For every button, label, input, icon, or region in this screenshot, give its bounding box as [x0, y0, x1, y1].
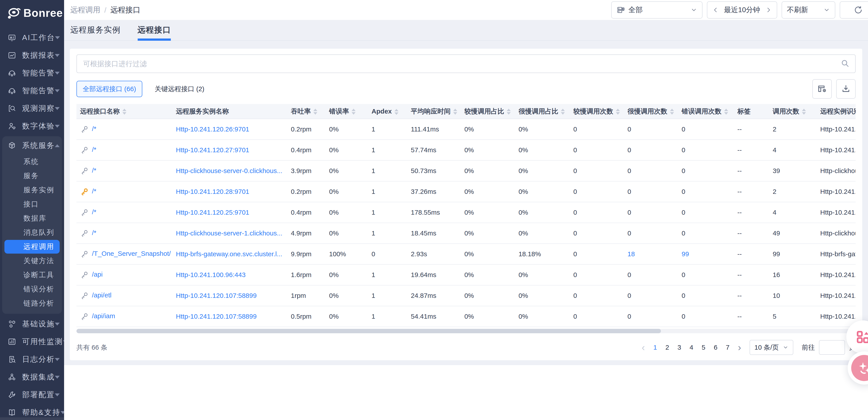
- key-icon[interactable]: [80, 291, 89, 300]
- filter-all-remote-interfaces[interactable]: 全部远程接口 (66): [76, 81, 142, 97]
- very-slow-count-link[interactable]: 18: [627, 250, 635, 258]
- instance-link[interactable]: Http-10.241.120.107:58899: [176, 292, 256, 299]
- sidebar-item-3[interactable]: 智能告警: [0, 82, 64, 100]
- sidebar-item-6[interactable]: 系统服务: [2, 137, 62, 155]
- column-header-4[interactable]: Apdex: [368, 104, 407, 119]
- sort-icon[interactable]: [802, 109, 806, 115]
- column-settings-button[interactable]: [812, 79, 832, 99]
- breadcrumb-parent[interactable]: 远程调用: [70, 5, 100, 15]
- time-range-value[interactable]: 最近10分钟: [724, 5, 760, 15]
- key-icon[interactable]: [80, 312, 89, 321]
- key-icon[interactable]: [80, 146, 89, 155]
- chevron-right-icon[interactable]: [765, 7, 772, 13]
- key-icon[interactable]: [80, 229, 89, 237]
- interface-link[interactable]: /api: [92, 271, 102, 278]
- instance-link[interactable]: Http-10.241.100.96:443: [176, 271, 246, 278]
- chevron-left-icon[interactable]: [712, 7, 719, 13]
- column-header-12[interactable]: 调用次数: [769, 104, 817, 119]
- sidebar-subitem-4[interactable]: 数据库: [4, 212, 60, 225]
- sidebar-item-5[interactable]: 数字体验: [0, 117, 64, 135]
- column-header-7[interactable]: 很慢调用占比: [515, 104, 570, 119]
- column-header-2[interactable]: 吞吐率: [287, 104, 326, 119]
- sort-icon[interactable]: [313, 109, 317, 115]
- page-number-1[interactable]: 1: [653, 344, 657, 351]
- refresh-mode-select[interactable]: 不刷新: [782, 1, 835, 19]
- scrollbar-thumb[interactable]: [76, 329, 661, 333]
- sidebar-item-8[interactable]: 可用性监测: [0, 333, 64, 351]
- sidebar-item-7[interactable]: 基础设施: [0, 315, 64, 333]
- key-icon[interactable]: [80, 208, 89, 217]
- page-number-3[interactable]: 3: [678, 344, 681, 351]
- brand-logo[interactable]: Bonree: [0, 0, 64, 25]
- instance-link[interactable]: Http-brfs-gateway.one.svc.cluster.l...: [176, 250, 282, 258]
- interface-link[interactable]: /*: [92, 125, 96, 132]
- column-header-5[interactable]: 平均响应时间: [407, 104, 461, 119]
- page-next-icon[interactable]: ›: [738, 342, 741, 352]
- page-number-5[interactable]: 5: [702, 344, 705, 351]
- sidebar-scrollbar[interactable]: [0, 417, 64, 420]
- sidebar-item-11[interactable]: 部署配置: [0, 386, 64, 403]
- key-icon[interactable]: [80, 250, 89, 258]
- instance-link[interactable]: Http-clickhouse-server-0.clickhous...: [176, 167, 282, 174]
- sort-icon[interactable]: [507, 109, 511, 115]
- sidebar-item-9[interactable]: 日志分析: [0, 351, 64, 368]
- instance-link[interactable]: Http-10.241.120.27:9701: [176, 146, 249, 153]
- interface-link[interactable]: /api/etl: [92, 291, 112, 299]
- sidebar-subitem-2[interactable]: 服务实例: [4, 183, 60, 197]
- interface-link[interactable]: /T_One_Server_Snapshot/: [92, 250, 171, 257]
- sidebar-item-10[interactable]: 数据集成: [0, 368, 64, 386]
- interface-link[interactable]: /*: [92, 146, 96, 153]
- sidebar-item-2[interactable]: 智能告警: [0, 64, 64, 82]
- search-icon[interactable]: [841, 59, 849, 68]
- sort-icon[interactable]: [561, 109, 565, 115]
- sort-icon[interactable]: [724, 109, 728, 115]
- key-icon[interactable]: [80, 125, 89, 134]
- sidebar-item-4[interactable]: 观测洞察: [0, 100, 64, 117]
- horizontal-scrollbar[interactable]: [76, 329, 856, 333]
- filter-key-remote-interfaces[interactable]: 关键远程接口 (2): [149, 81, 210, 97]
- sort-icon[interactable]: [670, 109, 674, 115]
- error-count-link[interactable]: 99: [682, 250, 689, 258]
- instance-link[interactable]: Http-10.241.120.107:58899: [176, 313, 256, 320]
- sidebar-subitem-1[interactable]: 服务: [4, 169, 60, 183]
- sort-icon[interactable]: [351, 109, 355, 115]
- instance-link[interactable]: Http-10.241.120.28:9701: [176, 188, 249, 195]
- sidebar-subitem-0[interactable]: 系统: [4, 155, 60, 169]
- sidebar-subitem-3[interactable]: 接口: [4, 197, 60, 211]
- sidebar-subitem-9[interactable]: 错误分析: [4, 282, 60, 296]
- interface-link[interactable]: /*: [92, 208, 96, 216]
- key-icon[interactable]: [80, 166, 89, 175]
- page-size-select[interactable]: 10 条/页: [749, 340, 793, 355]
- page-number-4[interactable]: 4: [690, 344, 693, 351]
- interface-link[interactable]: /*: [92, 188, 96, 195]
- page-number-6[interactable]: 6: [714, 344, 717, 351]
- sidebar-subitem-6[interactable]: 远程调用: [4, 240, 60, 254]
- instance-link[interactable]: Http-10.241.120.26:9701: [176, 125, 249, 133]
- interface-link[interactable]: /api/iam: [92, 312, 115, 319]
- tab-remote-interface[interactable]: 远程接口: [137, 25, 171, 40]
- sidebar-item-1[interactable]: 数据报表: [0, 47, 64, 64]
- instance-link[interactable]: Http-clickhouse-server-1.clickhous...: [176, 229, 282, 237]
- scope-select[interactable]: 全部: [611, 1, 703, 19]
- sort-icon[interactable]: [453, 109, 457, 115]
- sidebar-subitem-8[interactable]: 诊断工具: [4, 268, 60, 282]
- sidebar-item-12[interactable]: 帮助&支持: [0, 403, 64, 417]
- sort-icon[interactable]: [616, 109, 620, 115]
- sidebar-subitem-10[interactable]: 链路分析: [4, 297, 60, 310]
- page-prev-icon[interactable]: ‹: [642, 342, 645, 352]
- page-number-2[interactable]: 2: [665, 344, 669, 351]
- column-header-9[interactable]: 很慢调用次数: [624, 104, 678, 119]
- sidebar-subitem-5[interactable]: 消息队列: [4, 226, 60, 240]
- column-header-10[interactable]: 错误调用次数: [678, 104, 734, 119]
- page-number-7[interactable]: 7: [726, 344, 730, 351]
- sidebar-subitem-7[interactable]: 关键方法: [4, 254, 60, 268]
- instance-link[interactable]: Http-10.241.120.25:9701: [176, 209, 249, 216]
- key-icon[interactable]: [80, 271, 89, 279]
- column-header-0[interactable]: 远程接口名称: [76, 104, 173, 119]
- goto-page-input[interactable]: [819, 340, 845, 355]
- sort-icon[interactable]: [395, 109, 398, 115]
- sort-icon[interactable]: [122, 109, 126, 115]
- search-input[interactable]: [83, 59, 841, 68]
- sidebar-item-0[interactable]: AI工作台: [0, 29, 64, 47]
- column-header-3[interactable]: 错误率: [326, 104, 368, 119]
